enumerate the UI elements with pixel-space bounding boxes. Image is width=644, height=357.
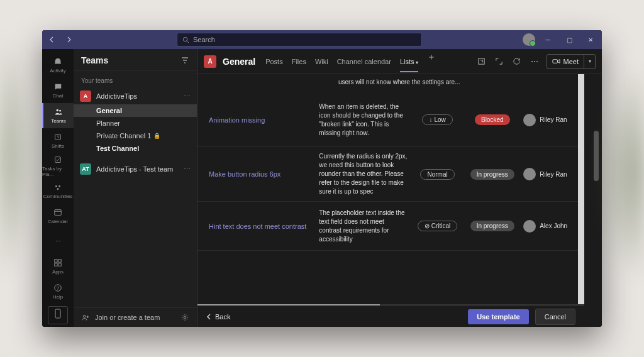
assignee[interactable]: Riley Ran — [521, 109, 578, 131]
assignee[interactable]: Alex John — [521, 215, 578, 238]
item-desc: Currently the radius is only 2px, we nee… — [315, 147, 411, 201]
panel-title: Teams — [81, 55, 108, 65]
rail-mobile[interactable] — [48, 306, 68, 324]
team-row[interactable]: A AddictiveTips ⋯ — [74, 88, 197, 104]
cancel-button[interactable]: Cancel — [535, 309, 575, 325]
rail-apps[interactable]: Apps — [42, 253, 74, 278]
nav-forward-button[interactable] — [61, 32, 76, 47]
rail-activity[interactable]: Activity — [42, 53, 74, 78]
rail-shifts[interactable]: Shifts — [42, 128, 74, 153]
channel-badge: A — [204, 55, 216, 68]
channel-header: A General Posts Files Wiki Channel calen… — [197, 49, 602, 74]
item-desc: The placeholder text inside the text fie… — [315, 204, 411, 249]
channel-private[interactable]: Private Channel 1🔒 — [74, 129, 197, 142]
tab-wiki[interactable]: Wiki — [315, 52, 328, 72]
nav-back-button[interactable] — [45, 32, 60, 47]
item-desc: When an item is deleted, the icon should… — [315, 97, 411, 143]
refresh-icon[interactable] — [511, 56, 523, 67]
status-pill[interactable]: In progress — [470, 221, 514, 231]
meet-button[interactable]: Meet — [547, 57, 584, 65]
your-teams-label: Your teams — [74, 75, 197, 88]
table-row: Make button radius 6px Currently the rad… — [197, 147, 578, 202]
add-tab-button[interactable]: ＋ — [427, 52, 436, 72]
table-row: Animation missing When an item is delete… — [197, 93, 578, 147]
critical-icon: ⊘ — [425, 222, 430, 229]
tab-calendar[interactable]: Channel calendar — [337, 52, 391, 72]
channel-title: General — [223, 57, 255, 67]
people-icon — [81, 313, 90, 322]
main-area: A General Posts Files Wiki Channel calen… — [197, 49, 602, 327]
svg-point-17 — [184, 316, 186, 319]
lock-icon: 🔒 — [153, 133, 160, 139]
team-badge: A — [80, 91, 91, 102]
rail-communities[interactable]: Communities — [42, 178, 74, 204]
team-name: AddictiveTips — [96, 92, 179, 100]
list-scroll-area[interactable]: users will not know where the settings a… — [197, 74, 584, 304]
svg-point-0 — [183, 37, 187, 41]
rail-calendar[interactable]: Calendar — [42, 203, 74, 228]
window-close-button[interactable]: ✕ — [582, 32, 599, 47]
tab-lists[interactable]: Lists▾ — [400, 52, 418, 72]
team-row[interactable]: AT AddictiveTips - Test team ⋯ — [74, 161, 197, 177]
avatar — [523, 220, 536, 233]
rail-chat[interactable]: Chat — [42, 78, 74, 103]
join-create-team[interactable]: Join or create a team — [81, 313, 160, 322]
team-badge: AT — [80, 163, 91, 175]
video-icon — [552, 57, 560, 65]
status-pill[interactable]: In progress — [470, 169, 514, 180]
svg-rect-15 — [55, 309, 60, 318]
channel-general[interactable]: General — [74, 104, 197, 117]
tab-files[interactable]: Files — [292, 52, 306, 72]
item-title[interactable]: Animation missing — [197, 111, 315, 129]
svg-rect-12 — [58, 263, 61, 266]
item-title[interactable]: Hint text does not meet contrast — [197, 217, 315, 235]
window-minimize-button[interactable]: ─ — [539, 32, 557, 47]
open-app-icon[interactable] — [476, 56, 487, 67]
team-more-icon[interactable]: ⋯ — [184, 165, 191, 173]
back-button[interactable]: Back — [206, 313, 230, 321]
user-avatar[interactable] — [523, 33, 535, 46]
rail-more[interactable]: ⋯ — [42, 228, 74, 253]
avatar — [523, 114, 536, 126]
rail-tasks[interactable]: Tasks by Pla... — [42, 153, 74, 178]
priority-pill[interactable]: Normal — [420, 169, 454, 180]
chevron-down-icon: ▾ — [416, 60, 418, 65]
priority-pill[interactable]: ↓Low — [422, 114, 452, 125]
arrow-down-icon: ↓ — [429, 116, 432, 123]
use-template-button[interactable]: Use template — [468, 309, 528, 324]
rail-help[interactable]: ?Help — [42, 278, 74, 304]
titlebar: Search ─ ▢ ✕ — [42, 30, 602, 49]
manage-teams-icon[interactable] — [180, 313, 189, 322]
tab-posts[interactable]: Posts — [265, 52, 283, 72]
expand-icon[interactable] — [494, 56, 505, 67]
scrollbar-thumb[interactable] — [594, 131, 599, 181]
partial-desc: users will not know where the settings a… — [197, 74, 578, 93]
team-name: AddictiveTips - Test team — [96, 165, 179, 173]
assignee[interactable]: Riley Ran — [521, 163, 578, 185]
rail-teams[interactable]: Teams — [42, 103, 74, 128]
search-icon — [182, 36, 189, 43]
window-maximize-button[interactable]: ▢ — [560, 32, 578, 47]
svg-point-6 — [58, 185, 60, 187]
channel-planner[interactable]: Planner — [74, 117, 197, 129]
team-more-icon[interactable]: ⋯ — [184, 92, 191, 101]
search-input[interactable]: Search — [177, 33, 422, 47]
svg-point-5 — [55, 185, 57, 187]
meet-dropdown[interactable]: ▾ — [584, 55, 595, 69]
svg-rect-10 — [58, 259, 61, 261]
svg-rect-18 — [479, 58, 484, 64]
priority-pill[interactable]: ⊘Critical — [418, 221, 458, 231]
channel-test[interactable]: Test Channel — [74, 142, 197, 155]
search-placeholder: Search — [193, 36, 215, 43]
item-title[interactable]: Make button radius 6px — [197, 165, 315, 183]
filter-icon[interactable] — [180, 56, 189, 65]
status-pill[interactable]: Blocked — [475, 114, 510, 125]
svg-point-2 — [59, 110, 61, 112]
svg-rect-4 — [55, 157, 61, 162]
svg-point-7 — [57, 188, 59, 190]
svg-rect-8 — [55, 210, 62, 216]
vertical-scrollbar[interactable] — [591, 74, 602, 327]
app-rail: Activity Chat Teams Shifts Tasks by Pla.… — [42, 49, 74, 327]
more-icon[interactable]: ⋯ — [529, 56, 540, 67]
avatar — [523, 168, 536, 180]
